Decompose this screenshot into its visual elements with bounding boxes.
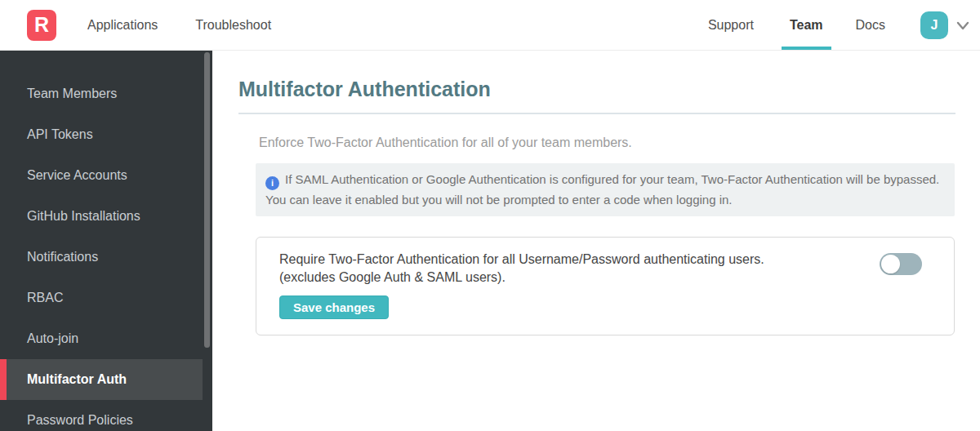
sidebar-item-team-members[interactable]: Team Members	[0, 73, 203, 114]
info-icon-glyph: i	[271, 173, 274, 193]
setting-label-line2: (excludes Google Auth & SAML users).	[279, 270, 506, 284]
info-note: iIf SAML Authentication or Google Authen…	[256, 163, 955, 216]
sidebar-item-service-accounts[interactable]: Service Accounts	[0, 155, 203, 196]
title-divider	[238, 113, 956, 114]
sidebar-item-password-policies[interactable]: Password Policies	[0, 400, 203, 431]
team-settings-sidebar: Team Members API Tokens Service Accounts…	[0, 51, 212, 431]
nav-applications[interactable]: Applications	[79, 0, 166, 50]
logo-letter: R	[34, 13, 49, 37]
mfa-toggle-knob	[881, 255, 900, 273]
main-content: Multifactor Authentication Enforce Two-F…	[212, 51, 980, 431]
nav-team[interactable]: Team	[782, 0, 831, 50]
chevron-down-icon[interactable]	[954, 16, 972, 34]
navbar-right-links: Support Team Docs J	[700, 0, 972, 50]
mfa-toggle-off[interactable]	[880, 253, 922, 275]
nav-troubleshoot[interactable]: Troubleshoot	[187, 0, 279, 50]
sidebar-item-api-tokens[interactable]: API Tokens	[0, 114, 203, 155]
setting-label-line1: Require Two-Factor Authentication for al…	[279, 252, 764, 266]
avatar[interactable]: J	[920, 11, 948, 39]
sidebar-item-notifications[interactable]: Notifications	[0, 237, 203, 278]
mfa-setting-label: Require Two-Factor Authentication for al…	[279, 251, 764, 287]
info-icon: i	[265, 176, 279, 190]
nav-support[interactable]: Support	[700, 0, 762, 50]
sidebar-item-auto-join[interactable]: Auto-join	[0, 318, 203, 359]
sidebar-item-rbac[interactable]: RBAC	[0, 278, 203, 318]
rollbar-logo[interactable]: R	[27, 10, 56, 41]
navbar-left-links: Applications Troubleshoot	[79, 0, 279, 50]
nav-docs[interactable]: Docs	[848, 0, 893, 50]
sidebar-nav: Team Members API Tokens Service Accounts…	[0, 73, 212, 431]
info-note-text: If SAML Authentication or Google Authent…	[265, 172, 939, 207]
page-title: Multifactor Authentication	[238, 77, 956, 101]
top-navbar: R Applications Troubleshoot Support Team…	[0, 0, 980, 51]
mfa-setting-left: Require Two-Factor Authentication for al…	[279, 251, 764, 319]
mfa-setting-card: Require Two-Factor Authentication for al…	[256, 237, 955, 335]
mfa-section: Enforce Two-Factor Authentication for al…	[256, 134, 955, 335]
sidebar-scrollbar-thumb[interactable]	[204, 52, 210, 348]
save-changes-button[interactable]: Save changes	[279, 295, 389, 319]
sidebar-item-github-installations[interactable]: GitHub Installations	[0, 196, 203, 237]
section-description: Enforce Two-Factor Authentication for al…	[259, 134, 955, 152]
sidebar-item-multifactor-auth[interactable]: Multifactor Auth	[0, 359, 203, 400]
